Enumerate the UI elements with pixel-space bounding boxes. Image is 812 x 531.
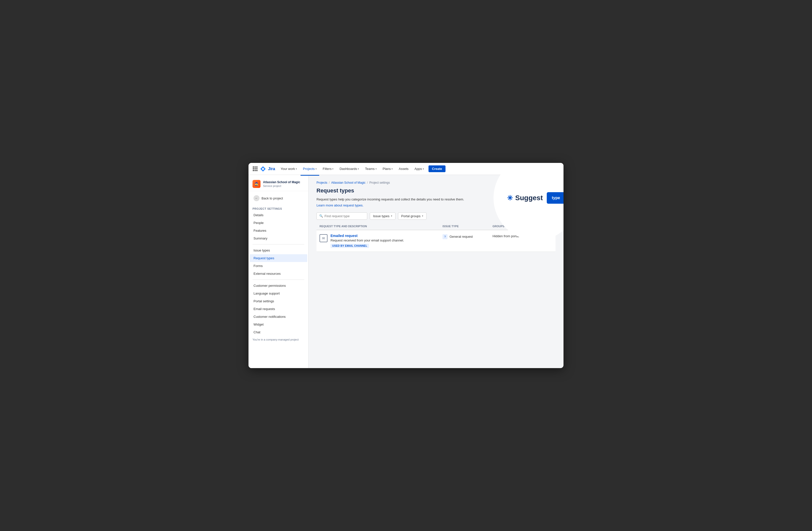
page-title: Request types xyxy=(317,187,555,194)
portal-status: Hidden from portal xyxy=(493,234,542,238)
used-by-badge: USED BY EMAIL CHANNEL xyxy=(331,244,369,248)
top-navigation: Jira Your work ▾ Projects ▾ Filters ▾ Da… xyxy=(248,163,564,175)
sidebar-item-summary[interactable]: Summary xyxy=(249,235,307,242)
nav-right-actions: ? ⚙ xyxy=(536,165,561,173)
sidebar-item-features[interactable]: Features xyxy=(249,227,307,235)
project-type: Service project xyxy=(263,184,304,187)
sidebar-item-customer-notifications[interactable]: Customer notifications xyxy=(249,313,307,321)
sidebar-item-chat[interactable]: Chat xyxy=(249,328,307,336)
chevron-down-icon: ▾ xyxy=(376,168,377,170)
sidebar-item-language-support[interactable]: Language support xyxy=(249,290,307,297)
portal-groups-dropdown[interactable]: Portal groups ▾ xyxy=(398,212,426,220)
sidebar-divider-1 xyxy=(252,244,304,244)
sidebar: 🧙 Atlassian School of Magic Service proj… xyxy=(248,175,308,368)
nav-apps[interactable]: Apps ▾ xyxy=(412,165,426,172)
sidebar-item-customer-permissions[interactable]: Customer permissions xyxy=(249,282,307,290)
app-switcher-button[interactable] xyxy=(251,165,259,172)
request-type-icon: ✉ xyxy=(319,234,328,242)
settings-button[interactable]: ⚙ xyxy=(545,165,552,173)
chevron-down-icon: ▾ xyxy=(422,215,423,217)
request-type-name[interactable]: Emailed request xyxy=(331,234,404,238)
logo-text: Jira xyxy=(268,167,275,171)
sidebar-item-email-requests[interactable]: Email requests xyxy=(249,305,307,313)
table-row: ✉ Emailed request Request received from … xyxy=(317,230,555,252)
request-type-cell: ✉ Emailed request Request received from … xyxy=(319,234,443,248)
nav-projects[interactable]: Projects ▾ xyxy=(301,165,319,172)
toolbar: 🔍 Issue types ▾ Portal groups ▾ Create r… xyxy=(317,212,555,220)
page-description: Request types help you categorize incomi… xyxy=(317,197,555,202)
search-input[interactable] xyxy=(324,214,364,218)
chevron-down-icon: ▾ xyxy=(316,168,317,170)
sidebar-item-widget[interactable]: Widget xyxy=(249,321,307,328)
back-to-project-link[interactable]: ← Back to project xyxy=(249,193,307,203)
sidebar-item-portal-settings[interactable]: Portal settings xyxy=(249,297,307,305)
project-icon: 🧙 xyxy=(252,180,261,188)
breadcrumb-sep-2: / xyxy=(367,181,368,184)
back-arrow-icon: ← xyxy=(253,195,260,201)
nav-filters[interactable]: Filters ▾ xyxy=(320,165,336,172)
sidebar-footer: You're in a company-managed project xyxy=(248,336,308,343)
breadcrumb-projects[interactable]: Projects xyxy=(317,181,327,184)
nav-your-work[interactable]: Your work ▾ xyxy=(278,165,299,172)
chevron-down-icon: ▾ xyxy=(392,168,393,170)
breadcrumb-current: Project settings xyxy=(369,181,390,184)
nav-plans[interactable]: Plans ▾ xyxy=(380,165,395,172)
chevron-down-icon: ▾ xyxy=(296,168,297,170)
user-avatar[interactable] xyxy=(553,165,561,172)
sidebar-section-title: Project settings xyxy=(248,205,308,211)
search-icon: 🔍 xyxy=(319,214,323,218)
chevron-down-icon: ▾ xyxy=(391,215,392,217)
issue-types-dropdown[interactable]: Issue types ▾ xyxy=(370,212,395,220)
nav-teams[interactable]: Teams ▾ xyxy=(362,165,379,172)
breadcrumb: Projects / Atlassian School of Magic / P… xyxy=(317,181,555,184)
learn-more-link[interactable]: Learn more about request types. xyxy=(317,204,363,207)
main-window: Jira Your work ▾ Projects ▾ Filters ▾ Da… xyxy=(248,163,564,368)
breadcrumb-project[interactable]: Atlassian School of Magic xyxy=(331,181,365,184)
create-button[interactable]: Create xyxy=(429,165,446,172)
sidebar-item-details[interactable]: Details xyxy=(249,211,307,219)
sidebar-project-info: 🧙 Atlassian School of Magic Service proj… xyxy=(248,178,308,191)
issue-type-icon: ? xyxy=(443,234,448,239)
nav-assets[interactable]: Assets xyxy=(396,165,411,172)
search-box[interactable]: 🔍 xyxy=(317,212,367,220)
issue-type-cell: ? General request xyxy=(443,234,493,239)
jira-logo[interactable]: Jira xyxy=(260,165,275,172)
sidebar-item-issue-types[interactable]: Issue types xyxy=(249,247,307,254)
request-type-description: Request received from your email support… xyxy=(331,238,404,242)
sidebar-item-forms[interactable]: Forms xyxy=(249,262,307,270)
chevron-down-icon: ▾ xyxy=(358,168,359,170)
project-name: Atlassian School of Magic xyxy=(263,180,304,184)
help-button[interactable]: ? xyxy=(536,165,543,173)
breadcrumb-sep-1: / xyxy=(329,181,330,184)
chevron-down-icon: ▾ xyxy=(332,168,334,170)
table-header: Request type and description Issue type … xyxy=(317,223,555,230)
more-options-button[interactable]: ••• xyxy=(542,234,552,238)
nav-dashboards[interactable]: Dashboards ▾ xyxy=(337,165,362,172)
sidebar-item-request-types[interactable]: Request types xyxy=(249,254,307,262)
sidebar-item-external-resources[interactable]: External resources xyxy=(249,270,307,278)
main-layout: 🧙 Atlassian School of Magic Service proj… xyxy=(248,175,564,368)
chevron-down-icon: ▾ xyxy=(423,168,424,170)
sidebar-item-people[interactable]: People xyxy=(249,219,307,227)
create-request-type-button[interactable]: Create request type xyxy=(518,212,555,220)
content-area: Projects / Atlassian School of Magic / P… xyxy=(308,175,564,368)
